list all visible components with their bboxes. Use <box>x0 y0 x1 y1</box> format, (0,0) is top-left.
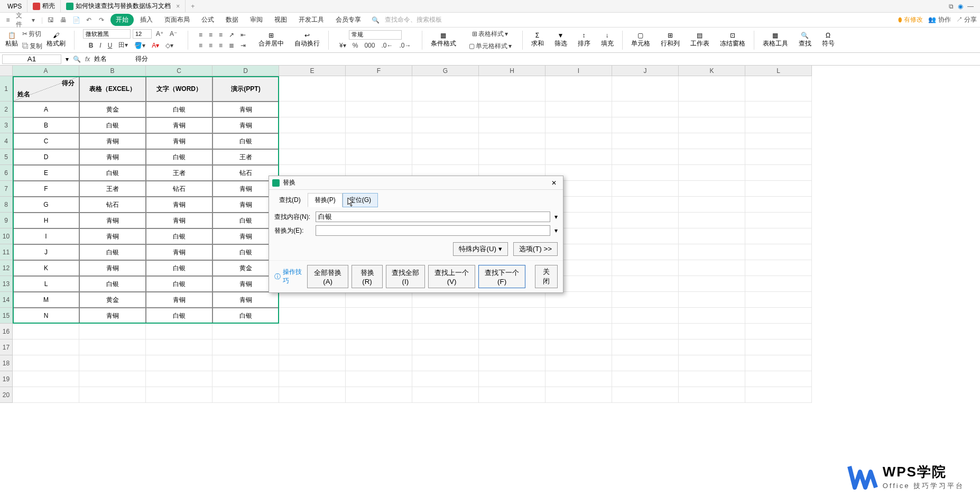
cell-J12[interactable] <box>612 260 679 276</box>
cell-A11[interactable]: J <box>13 244 79 260</box>
row-header-18[interactable]: 18 <box>0 355 13 371</box>
cell-I15[interactable] <box>546 308 612 324</box>
cell-F2[interactable] <box>346 102 412 117</box>
cell-B9[interactable]: 青铜 <box>79 213 146 228</box>
cell-G16[interactable] <box>412 324 479 339</box>
row-header-2[interactable]: 2 <box>0 102 13 117</box>
symbol-button[interactable]: 符号 <box>822 39 835 48</box>
cell-H20[interactable] <box>479 387 546 403</box>
cell-G3[interactable] <box>412 117 479 133</box>
cell-G5[interactable] <box>412 149 479 165</box>
cell-I3[interactable] <box>546 117 612 133</box>
cell-K5[interactable] <box>679 149 745 165</box>
column-header-J[interactable]: J <box>612 66 679 76</box>
row-header-1[interactable]: 1 <box>0 76 13 102</box>
indent-dec-icon[interactable]: ⇤ <box>238 30 248 40</box>
paste-icon[interactable]: 📋 <box>8 32 16 39</box>
worksheet-icon[interactable]: ▤ <box>697 32 702 39</box>
cell-K8[interactable] <box>679 197 745 213</box>
cell-D16[interactable] <box>212 324 279 339</box>
undo-icon[interactable]: ↶ <box>84 15 94 25</box>
cell-E15[interactable] <box>279 308 346 324</box>
cell-C7[interactable]: 钻石 <box>146 181 212 197</box>
collab-button[interactable]: 👥 协作 <box>928 15 950 24</box>
border-button[interactable]: 田▾ <box>116 40 130 51</box>
tab-insert[interactable]: 插入 <box>135 14 158 26</box>
decrease-font-icon[interactable]: A⁻ <box>168 29 179 39</box>
cell-H16[interactable] <box>479 324 546 339</box>
cell-J20[interactable] <box>612 387 679 403</box>
dec-inc-icon[interactable]: .0← <box>379 41 395 50</box>
column-header-B[interactable]: B <box>79 66 146 76</box>
cell-A18[interactable] <box>13 355 79 371</box>
cell-L8[interactable] <box>745 197 812 213</box>
tab-formula[interactable]: 公式 <box>196 14 219 26</box>
cell-L19[interactable] <box>745 371 812 387</box>
find-prev-button[interactable]: 查找上一个(V) <box>428 265 475 288</box>
window-badge-1-icon[interactable]: ⧉ <box>949 3 954 10</box>
changes-button[interactable]: ⬮ 有修改 <box>898 15 923 24</box>
cell-H18[interactable] <box>479 355 546 371</box>
cond-format-icon[interactable]: ▦ <box>440 32 446 39</box>
find-button[interactable]: 查找 <box>799 39 811 48</box>
tab-start[interactable]: 开始 <box>110 14 134 26</box>
cell-F19[interactable] <box>346 371 412 387</box>
currency-icon[interactable]: ¥▾ <box>337 41 348 50</box>
cell-C12[interactable]: 白银 <box>146 260 212 276</box>
sum-icon[interactable]: Σ <box>535 32 539 39</box>
cell-B19[interactable] <box>79 371 146 387</box>
command-search-hint[interactable]: 查找命令、搜索模板 <box>385 15 442 24</box>
cell-D2[interactable]: 青铜 <box>212 102 279 117</box>
find-all-button[interactable]: 查找全部(I) <box>386 265 425 288</box>
justify-icon[interactable]: ≣ <box>227 41 236 50</box>
percent-icon[interactable]: % <box>350 41 360 50</box>
align-bot-icon[interactable]: ≡ <box>217 30 225 40</box>
special-content-button[interactable]: 特殊内容(U) ▾ <box>453 242 507 256</box>
row-header-15[interactable]: 15 <box>0 308 13 324</box>
dialog-tab-goto[interactable]: 定位(G) <box>343 193 378 207</box>
tips-link[interactable]: ⓘ 操作技巧 <box>274 265 304 288</box>
cell-J4[interactable] <box>612 133 679 149</box>
row-header-11[interactable]: 11 <box>0 244 13 260</box>
symbol-icon[interactable]: Ω <box>826 32 830 39</box>
cell-L3[interactable] <box>745 117 812 133</box>
cell-H19[interactable] <box>479 371 546 387</box>
cell-J8[interactable] <box>612 197 679 213</box>
fill-button[interactable]: 填充 <box>601 39 614 48</box>
replace-dropdown-icon[interactable]: ▾ <box>554 227 558 234</box>
cell-H17[interactable] <box>479 339 546 355</box>
cell-D1[interactable]: 演示(PPT) <box>212 76 279 102</box>
cell-J19[interactable] <box>612 371 679 387</box>
cell-L10[interactable] <box>745 228 812 244</box>
cell-D14[interactable]: 青铜 <box>212 292 279 308</box>
cell-E18[interactable] <box>279 355 346 371</box>
cell-C3[interactable]: 青铜 <box>146 117 212 133</box>
cell-I17[interactable] <box>546 339 612 355</box>
cell-K19[interactable] <box>679 371 745 387</box>
name-box[interactable] <box>2 54 61 64</box>
search-icon[interactable]: 🔍 <box>372 16 380 24</box>
cell-B18[interactable] <box>79 355 146 371</box>
merge-icon[interactable]: ⊞ <box>269 32 274 39</box>
cell-G2[interactable] <box>412 102 479 117</box>
cell-A2[interactable]: A <box>13 102 79 117</box>
row-header-4[interactable]: 4 <box>0 133 13 149</box>
fx-label[interactable]: fx <box>85 56 90 63</box>
dialog-title-bar[interactable]: 替换 ✕ <box>269 176 563 190</box>
cell-E19[interactable] <box>279 371 346 387</box>
cell-L15[interactable] <box>745 308 812 324</box>
cell-C4[interactable]: 青铜 <box>146 133 212 149</box>
cell-L2[interactable] <box>745 102 812 117</box>
number-format-select[interactable] <box>349 30 402 40</box>
cell-H15[interactable] <box>479 308 546 324</box>
cell-K15[interactable] <box>679 308 745 324</box>
cell-B2[interactable]: 黄金 <box>79 102 146 117</box>
cell-F20[interactable] <box>346 387 412 403</box>
cell-G18[interactable] <box>412 355 479 371</box>
minimize-icon[interactable]: — <box>967 3 974 10</box>
tab-review[interactable]: 审阅 <box>245 14 268 26</box>
cell-D5[interactable]: 王者 <box>212 149 279 165</box>
cell-G20[interactable] <box>412 387 479 403</box>
align-top-icon[interactable]: ≡ <box>197 30 205 40</box>
align-mid-icon[interactable]: ≡ <box>207 30 215 40</box>
